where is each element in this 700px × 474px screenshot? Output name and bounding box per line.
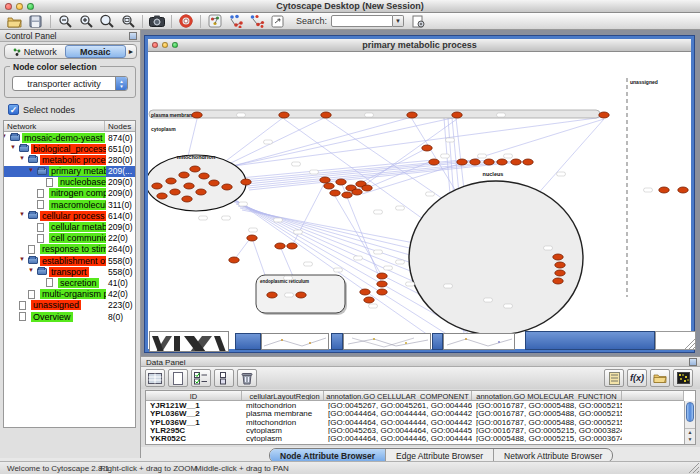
network-clone-icon[interactable] — [248, 14, 265, 29]
save-session-icon[interactable] — [27, 14, 44, 29]
table-column-header[interactable]: annotation.GO MOLECULAR_FUNCTION — [472, 391, 622, 400]
network-node[interactable] — [352, 189, 362, 195]
data-panel-float-icon[interactable] — [689, 358, 697, 366]
network-node[interactable] — [364, 297, 374, 303]
network-node[interactable] — [555, 270, 565, 276]
background-window-fragment[interactable] — [149, 331, 229, 352]
tree-item[interactable]: unassigned223(0) — [4, 300, 135, 311]
network-node[interactable] — [229, 257, 239, 263]
network-node[interactable] — [678, 187, 688, 193]
scrollbar-thumb[interactable] — [686, 402, 694, 422]
tree-expander-icon[interactable]: ▼ — [28, 167, 34, 173]
zoom-out-icon[interactable] — [56, 14, 73, 29]
tree-expander-icon[interactable]: ▼ — [19, 211, 25, 217]
tree-item[interactable]: ▼establishment of lo558(0) — [4, 255, 135, 266]
table-row[interactable]: YPL036W__2plasma membrane[GO:0044464, GO… — [146, 409, 684, 417]
network-node[interactable] — [553, 278, 563, 284]
table-row[interactable]: YPL036W__1mitochondrion[GO:0044464, GO:0… — [146, 418, 684, 426]
network-node[interactable] — [196, 189, 206, 195]
control-panel-float-icon[interactable] — [129, 32, 137, 40]
tree-expander-icon[interactable]: ▼ — [3, 133, 7, 139]
background-window-fragment[interactable] — [443, 333, 515, 350]
tree-item[interactable]: response to stimulu264(0) — [4, 244, 135, 255]
network-node[interactable] — [422, 145, 432, 151]
snapshot-camera-icon[interactable] — [148, 14, 165, 29]
search-input[interactable] — [331, 15, 393, 27]
background-window-fragment[interactable] — [343, 333, 431, 350]
node-color-dropdown[interactable]: transporter activity ▲▼ — [12, 76, 128, 91]
tree-item[interactable]: ▼mosaic-demo-yeast874(0) — [4, 132, 135, 143]
network-node[interactable] — [484, 159, 494, 165]
tree-item[interactable]: cell communicat22(0) — [4, 233, 135, 244]
unselect-attributes-icon[interactable] — [214, 369, 234, 387]
search-dropdown-arrow[interactable]: ▼ — [393, 15, 404, 27]
table-row[interactable]: YDR039C__1mitochondrion[GO:0044464, GO:0… — [146, 442, 684, 444]
tree-item[interactable]: ▼metabolic process280(0) — [4, 154, 135, 165]
tree-item[interactable]: macromolecule311(0) — [4, 199, 135, 210]
table-row[interactable]: YJR121W__1mitochondrion[GO:0045267, GO:0… — [146, 401, 684, 409]
formula-builder-icon[interactable]: f(x) — [627, 369, 647, 387]
import-attributes-folder-icon[interactable] — [650, 369, 670, 387]
tree-item[interactable]: secretion41(0) — [4, 277, 135, 288]
network-node[interactable] — [152, 183, 162, 189]
tree-expander-icon[interactable]: ▼ — [10, 144, 16, 150]
network-node[interactable] — [377, 289, 387, 295]
tab-mosaic[interactable]: Mosaic — [65, 45, 127, 58]
network-node[interactable] — [523, 159, 533, 165]
tree-column-nodes[interactable]: Nodes — [105, 121, 135, 131]
network-node[interactable] — [336, 179, 346, 185]
table-column-header[interactable]: annotation.GO CELLULAR_COMPONENT — [324, 391, 472, 400]
plasma-membrane-region[interactable] — [149, 110, 600, 118]
network-view-window[interactable]: primary metabolic process plasma membran… — [145, 36, 694, 352]
delete-attribute-trash-icon[interactable] — [237, 369, 257, 387]
network-node[interactable] — [190, 166, 200, 172]
table-row[interactable]: YLR295Ccytoplasm[GO:0045263, GO:0044464,… — [146, 426, 684, 434]
network-node[interactable] — [247, 235, 257, 241]
tree-item[interactable]: ▼primary metabo209(... — [4, 166, 135, 177]
tree-column-network[interactable]: Network — [4, 121, 105, 131]
background-window-titlebar[interactable] — [432, 333, 443, 350]
network-from-selection-icon[interactable] — [227, 14, 244, 29]
network-node[interactable] — [157, 193, 167, 199]
tree-item[interactable]: multi-organism pro42(0) — [4, 289, 135, 300]
network-window-titlebar[interactable]: primary metabolic process — [148, 39, 691, 52]
tree-item[interactable]: cellular metabo209(0) — [4, 222, 135, 233]
network-node[interactable] — [360, 289, 370, 295]
network-node[interactable] — [470, 159, 480, 165]
attribute-list-icon[interactable] — [604, 369, 624, 387]
tree-expander-icon[interactable]: ▼ — [19, 256, 25, 262]
table-row[interactable]: YKR052Ccytoplasm[GO:0044464, GO:0044446,… — [146, 434, 684, 442]
zoom-selected-icon[interactable] — [119, 14, 136, 29]
network-node[interactable] — [170, 189, 180, 195]
network-canvas[interactable]: plasma membrane cytoplasm mitochondrion … — [148, 52, 691, 349]
network-node[interactable] — [267, 292, 277, 298]
zoom-fit-icon[interactable] — [98, 14, 115, 29]
mitochondrion-region[interactable] — [148, 155, 246, 211]
tree-item[interactable]: ▼cellular process614(0) — [4, 210, 135, 221]
table-vertical-scrollbar[interactable]: ▲▼ — [684, 401, 695, 444]
help-lifesaver-icon[interactable] — [177, 14, 194, 29]
table-column-header[interactable]: _cellularLayoutRegion — [242, 391, 324, 400]
resize-grip-icon[interactable] — [689, 463, 699, 473]
background-window-fragment[interactable] — [261, 333, 329, 350]
attribute-table-icon[interactable] — [145, 369, 165, 387]
network-node[interactable] — [320, 177, 330, 183]
heatmap-icon[interactable] — [673, 369, 693, 387]
network-node[interactable] — [287, 243, 297, 249]
window-resize-grip[interactable] — [655, 331, 696, 350]
network-node[interactable] — [296, 292, 306, 298]
network-node[interactable] — [209, 180, 219, 186]
tree-expander-icon[interactable]: ▼ — [28, 267, 34, 273]
network-node[interactable] — [555, 262, 565, 268]
network-node[interactable] — [511, 159, 521, 165]
network-node[interactable] — [377, 281, 387, 287]
network-node[interactable] — [324, 183, 334, 189]
network-node[interactable] — [407, 112, 417, 118]
network-node[interactable] — [429, 159, 439, 165]
annotation-icon[interactable] — [269, 14, 286, 29]
tree-item[interactable]: nucleobase-209(0) — [4, 177, 135, 188]
background-window-titlebar[interactable] — [331, 333, 343, 350]
network-node[interactable] — [377, 273, 387, 279]
network-node[interactable] — [452, 112, 462, 118]
network-node[interactable] — [362, 185, 372, 191]
